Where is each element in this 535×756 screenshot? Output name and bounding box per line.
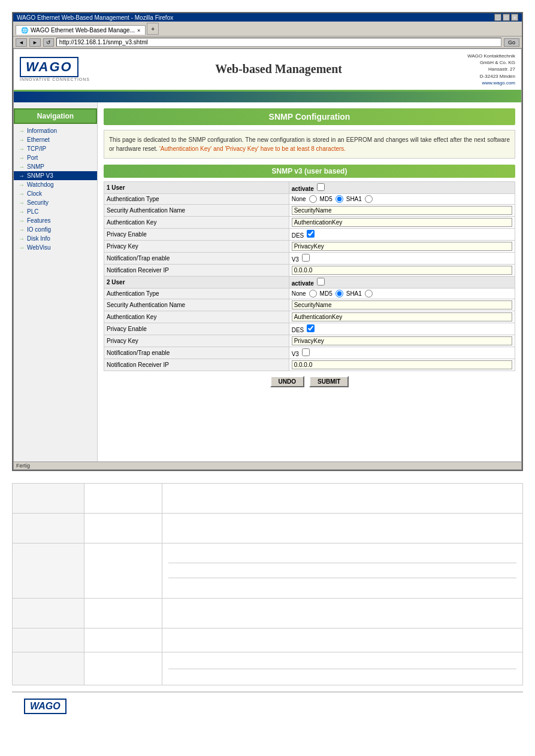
nav-label-ethernet: Ethernet: [27, 136, 50, 143]
snmp-info-box: This page is dedicated to the SNMP confi…: [104, 130, 515, 159]
close-button[interactable]: ×: [511, 14, 518, 21]
user2-auth-type-cell: None MD5 SHA1: [289, 288, 515, 299]
go-button[interactable]: Go: [504, 38, 519, 47]
submit-button[interactable]: SUBMIT: [309, 376, 349, 387]
user2-privacy-key-input[interactable]: [292, 336, 512, 345]
sidebar-item-snmp[interactable]: → SNMP: [14, 162, 97, 171]
arrow-icon: →: [19, 208, 25, 215]
user1-privacy-key-cell: [289, 240, 515, 252]
user2-des-checkbox[interactable]: [307, 324, 315, 332]
site-header: WAGO INNOVATIVE CONNECTIONS Web-based Ma…: [14, 49, 521, 92]
address-bar[interactable]: [56, 38, 501, 47]
reload-button[interactable]: ↺: [43, 38, 54, 47]
user2-auth-name-cell: [289, 299, 515, 311]
sidebar-item-port[interactable]: → Port: [14, 153, 97, 162]
user1-md5-radio[interactable]: [335, 195, 343, 203]
table-row: [13, 513, 523, 543]
lower-cell: [13, 513, 84, 543]
user1-activate-label: activate: [292, 186, 314, 192]
user2-auth-name-input[interactable]: [292, 300, 512, 309]
forward-button[interactable]: ►: [29, 38, 41, 47]
main-content: SNMP Configuration This page is dedicate…: [98, 102, 521, 462]
arrow-icon: →: [19, 154, 25, 161]
maximize-button[interactable]: □: [503, 14, 510, 21]
user2-auth-type-label: Authentication Type: [104, 288, 289, 299]
user2-md5-radio[interactable]: [335, 290, 343, 297]
user1-none-radio[interactable]: [309, 195, 317, 203]
user2-auth-name-row: Security Authentication Name: [104, 299, 515, 311]
nav-header: Navigation: [14, 108, 97, 124]
nav-label-snmp: SNMP: [27, 163, 44, 170]
user2-privacy-enable-row: Privacy Enable DES: [104, 323, 515, 335]
nav-label-diskinfo: Disk Info: [27, 235, 50, 242]
user1-auth-type-label: Authentication Type: [104, 193, 289, 204]
sidebar-item-watchdog[interactable]: → Watchdog: [14, 180, 97, 189]
sidebar-item-information[interactable]: → Information: [14, 126, 97, 135]
nav-label-security: Security: [27, 199, 49, 206]
new-tab-button[interactable]: +: [147, 23, 159, 35]
arrow-icon: →: [19, 190, 25, 197]
user2-auth-key-input[interactable]: [292, 312, 512, 321]
user1-md5-label: MD5: [320, 196, 333, 202]
undo-button[interactable]: UNDO: [270, 376, 304, 387]
sidebar-item-tcpip[interactable]: → TCP/IP: [14, 144, 97, 153]
lower-section: [12, 483, 523, 685]
user1-privacy-key-label: Privacy Key: [104, 240, 289, 252]
sidebar-item-clock[interactable]: → Clock: [14, 189, 97, 198]
user1-privacy-enable-row: Privacy Enable DES: [104, 228, 515, 240]
user1-des-checkbox[interactable]: [307, 230, 315, 238]
sidebar-item-webvisu[interactable]: → WebVisu: [14, 243, 97, 252]
user2-v3-label: V3: [292, 351, 299, 357]
status-bar: Fertig: [14, 462, 521, 469]
lower-cell: [84, 513, 162, 543]
user1-auth-name-row: Security Authentication Name: [104, 204, 515, 216]
user1-privacy-key-input[interactable]: [292, 242, 512, 251]
sidebar-item-security[interactable]: → Security: [14, 198, 97, 207]
user1-activate-checkbox[interactable]: [317, 183, 325, 191]
snmpv3-title: SNMP v3 (user based): [104, 165, 515, 178]
arrow-icon: →: [19, 235, 25, 242]
tab-close-icon[interactable]: ×: [137, 28, 140, 34]
user1-none-label: None: [292, 196, 306, 202]
user2-none-radio[interactable]: [309, 290, 317, 297]
nav-label-webvisu: WebVisu: [27, 244, 51, 251]
sidebar-item-features[interactable]: → Features: [14, 216, 97, 225]
sidebar-item-diskinfo[interactable]: → Disk Info: [14, 234, 97, 243]
user2-receiver-cell: [289, 359, 515, 371]
tab-label: WAGO Ethernet Web-Based Manage...: [31, 27, 135, 34]
blue-banner: [14, 92, 521, 102]
user2-receiver-input[interactable]: [292, 360, 512, 369]
snmp-config-title: SNMP Configuration: [104, 108, 515, 125]
table-row: [13, 652, 523, 685]
company-name: WAGO Kontakttechnik: [467, 53, 515, 59]
user2-auth-type-row: Authentication Type None MD5 SHA1: [104, 288, 515, 299]
sidebar-item-ioconfig[interactable]: → IO config: [14, 225, 97, 234]
lower-table: [12, 483, 523, 685]
company-url[interactable]: www.wago.com: [482, 80, 515, 86]
user1-auth-key-cell: [289, 216, 515, 228]
back-button[interactable]: ◄: [16, 38, 27, 47]
user1-notif-label: Notification/Trap enable: [104, 252, 289, 264]
page-footer: WAGO: [12, 691, 523, 720]
user2-activate-checkbox[interactable]: [317, 278, 325, 286]
user2-notif-cell: V3: [289, 347, 515, 359]
snmpv3-form-table: 1 User activate Authentication Type None: [104, 181, 515, 371]
user2-sha1-radio[interactable]: [365, 290, 373, 297]
user1-notif-checkbox[interactable]: [302, 254, 310, 262]
user1-receiver-input[interactable]: [292, 266, 512, 275]
user1-auth-name-input[interactable]: [292, 206, 512, 215]
arrow-icon: →: [19, 217, 25, 224]
table-row: [13, 628, 523, 652]
user1-sha1-radio[interactable]: [365, 195, 373, 203]
lower-cell: [84, 483, 162, 513]
nav-label-clock: Clock: [27, 190, 42, 197]
browser-tab[interactable]: 🌐 WAGO Ethernet Web-Based Manage... ×: [16, 25, 146, 35]
user1-auth-key-input[interactable]: [292, 218, 512, 227]
minimize-button[interactable]: _: [494, 14, 501, 21]
user2-notif-checkbox[interactable]: [302, 348, 310, 356]
tab-icon: 🌐: [21, 27, 28, 34]
content-area: Navigation → Information → Ethernet → TC…: [14, 102, 521, 462]
sidebar-item-plc[interactable]: → PLC: [14, 207, 97, 216]
sidebar-item-ethernet[interactable]: → Ethernet: [14, 135, 97, 144]
sidebar-item-snmpv3[interactable]: → SNMP V3: [14, 171, 97, 180]
